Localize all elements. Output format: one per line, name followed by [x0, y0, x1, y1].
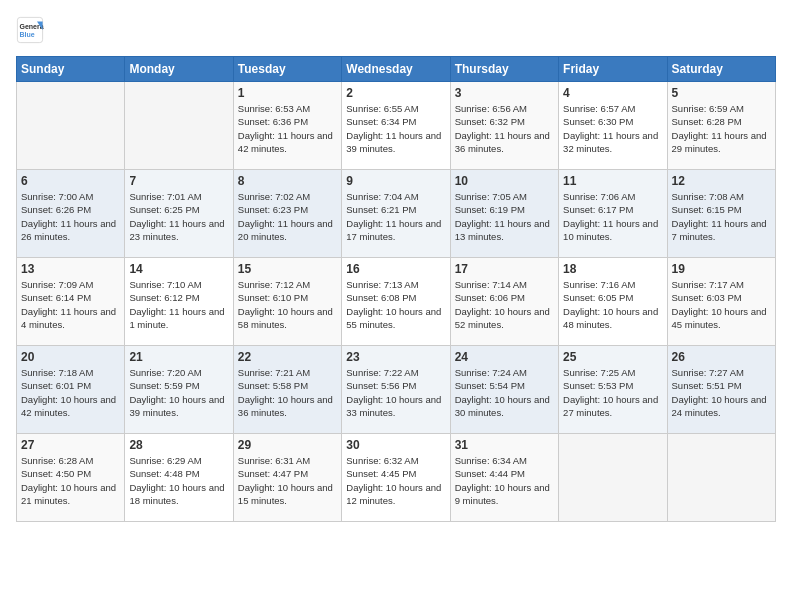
calendar-cell — [559, 434, 667, 522]
day-info: Sunrise: 7:25 AM Sunset: 5:53 PM Dayligh… — [563, 366, 662, 419]
day-number: 5 — [672, 86, 771, 100]
calendar-cell: 14Sunrise: 7:10 AM Sunset: 6:12 PM Dayli… — [125, 258, 233, 346]
day-info: Sunrise: 6:29 AM Sunset: 4:48 PM Dayligh… — [129, 454, 228, 507]
calendar-cell: 28Sunrise: 6:29 AM Sunset: 4:48 PM Dayli… — [125, 434, 233, 522]
day-number: 3 — [455, 86, 554, 100]
calendar-cell: 12Sunrise: 7:08 AM Sunset: 6:15 PM Dayli… — [667, 170, 775, 258]
calendar-cell: 5Sunrise: 6:59 AM Sunset: 6:28 PM Daylig… — [667, 82, 775, 170]
weekday-header: Monday — [125, 57, 233, 82]
calendar-cell: 20Sunrise: 7:18 AM Sunset: 6:01 PM Dayli… — [17, 346, 125, 434]
calendar-cell: 9Sunrise: 7:04 AM Sunset: 6:21 PM Daylig… — [342, 170, 450, 258]
day-number: 17 — [455, 262, 554, 276]
day-number: 15 — [238, 262, 337, 276]
day-number: 24 — [455, 350, 554, 364]
day-number: 14 — [129, 262, 228, 276]
day-info: Sunrise: 7:00 AM Sunset: 6:26 PM Dayligh… — [21, 190, 120, 243]
day-info: Sunrise: 7:02 AM Sunset: 6:23 PM Dayligh… — [238, 190, 337, 243]
day-number: 7 — [129, 174, 228, 188]
calendar-cell: 17Sunrise: 7:14 AM Sunset: 6:06 PM Dayli… — [450, 258, 558, 346]
day-number: 28 — [129, 438, 228, 452]
day-info: Sunrise: 7:16 AM Sunset: 6:05 PM Dayligh… — [563, 278, 662, 331]
calendar-week-row: 6Sunrise: 7:00 AM Sunset: 6:26 PM Daylig… — [17, 170, 776, 258]
calendar-body: 1Sunrise: 6:53 AM Sunset: 6:36 PM Daylig… — [17, 82, 776, 522]
calendar-week-row: 27Sunrise: 6:28 AM Sunset: 4:50 PM Dayli… — [17, 434, 776, 522]
weekday-header: Friday — [559, 57, 667, 82]
day-number: 4 — [563, 86, 662, 100]
svg-text:Blue: Blue — [20, 31, 35, 38]
calendar-cell: 23Sunrise: 7:22 AM Sunset: 5:56 PM Dayli… — [342, 346, 450, 434]
page-header: General Blue — [16, 16, 776, 44]
calendar-cell: 7Sunrise: 7:01 AM Sunset: 6:25 PM Daylig… — [125, 170, 233, 258]
calendar-cell: 13Sunrise: 7:09 AM Sunset: 6:14 PM Dayli… — [17, 258, 125, 346]
calendar-cell: 21Sunrise: 7:20 AM Sunset: 5:59 PM Dayli… — [125, 346, 233, 434]
day-info: Sunrise: 7:14 AM Sunset: 6:06 PM Dayligh… — [455, 278, 554, 331]
calendar-cell: 11Sunrise: 7:06 AM Sunset: 6:17 PM Dayli… — [559, 170, 667, 258]
day-info: Sunrise: 7:10 AM Sunset: 6:12 PM Dayligh… — [129, 278, 228, 331]
day-info: Sunrise: 6:34 AM Sunset: 4:44 PM Dayligh… — [455, 454, 554, 507]
calendar-cell: 24Sunrise: 7:24 AM Sunset: 5:54 PM Dayli… — [450, 346, 558, 434]
day-number: 27 — [21, 438, 120, 452]
day-number: 18 — [563, 262, 662, 276]
day-number: 1 — [238, 86, 337, 100]
weekday-header: Saturday — [667, 57, 775, 82]
day-number: 22 — [238, 350, 337, 364]
day-number: 23 — [346, 350, 445, 364]
day-info: Sunrise: 7:13 AM Sunset: 6:08 PM Dayligh… — [346, 278, 445, 331]
calendar-cell: 8Sunrise: 7:02 AM Sunset: 6:23 PM Daylig… — [233, 170, 341, 258]
day-info: Sunrise: 7:04 AM Sunset: 6:21 PM Dayligh… — [346, 190, 445, 243]
calendar-cell: 4Sunrise: 6:57 AM Sunset: 6:30 PM Daylig… — [559, 82, 667, 170]
day-number: 6 — [21, 174, 120, 188]
calendar-cell: 2Sunrise: 6:55 AM Sunset: 6:34 PM Daylig… — [342, 82, 450, 170]
day-number: 26 — [672, 350, 771, 364]
calendar-cell: 31Sunrise: 6:34 AM Sunset: 4:44 PM Dayli… — [450, 434, 558, 522]
day-info: Sunrise: 7:06 AM Sunset: 6:17 PM Dayligh… — [563, 190, 662, 243]
day-info: Sunrise: 6:55 AM Sunset: 6:34 PM Dayligh… — [346, 102, 445, 155]
calendar-cell: 10Sunrise: 7:05 AM Sunset: 6:19 PM Dayli… — [450, 170, 558, 258]
day-info: Sunrise: 7:12 AM Sunset: 6:10 PM Dayligh… — [238, 278, 337, 331]
day-info: Sunrise: 7:24 AM Sunset: 5:54 PM Dayligh… — [455, 366, 554, 419]
calendar-cell: 26Sunrise: 7:27 AM Sunset: 5:51 PM Dayli… — [667, 346, 775, 434]
day-number: 19 — [672, 262, 771, 276]
day-info: Sunrise: 7:17 AM Sunset: 6:03 PM Dayligh… — [672, 278, 771, 331]
weekday-header: Thursday — [450, 57, 558, 82]
day-number: 21 — [129, 350, 228, 364]
calendar-cell: 22Sunrise: 7:21 AM Sunset: 5:58 PM Dayli… — [233, 346, 341, 434]
calendar-cell: 30Sunrise: 6:32 AM Sunset: 4:45 PM Dayli… — [342, 434, 450, 522]
day-info: Sunrise: 6:59 AM Sunset: 6:28 PM Dayligh… — [672, 102, 771, 155]
calendar-week-row: 1Sunrise: 6:53 AM Sunset: 6:36 PM Daylig… — [17, 82, 776, 170]
weekday-header: Wednesday — [342, 57, 450, 82]
day-number: 9 — [346, 174, 445, 188]
day-info: Sunrise: 6:53 AM Sunset: 6:36 PM Dayligh… — [238, 102, 337, 155]
calendar-cell — [17, 82, 125, 170]
calendar-cell: 3Sunrise: 6:56 AM Sunset: 6:32 PM Daylig… — [450, 82, 558, 170]
day-info: Sunrise: 7:08 AM Sunset: 6:15 PM Dayligh… — [672, 190, 771, 243]
logo-icon: General Blue — [16, 16, 44, 44]
calendar-cell: 16Sunrise: 7:13 AM Sunset: 6:08 PM Dayli… — [342, 258, 450, 346]
calendar-cell: 25Sunrise: 7:25 AM Sunset: 5:53 PM Dayli… — [559, 346, 667, 434]
day-number: 25 — [563, 350, 662, 364]
calendar-week-row: 13Sunrise: 7:09 AM Sunset: 6:14 PM Dayli… — [17, 258, 776, 346]
calendar-cell — [667, 434, 775, 522]
day-number: 20 — [21, 350, 120, 364]
day-info: Sunrise: 7:01 AM Sunset: 6:25 PM Dayligh… — [129, 190, 228, 243]
day-number: 10 — [455, 174, 554, 188]
day-number: 29 — [238, 438, 337, 452]
day-info: Sunrise: 6:32 AM Sunset: 4:45 PM Dayligh… — [346, 454, 445, 507]
day-info: Sunrise: 7:09 AM Sunset: 6:14 PM Dayligh… — [21, 278, 120, 331]
calendar-week-row: 20Sunrise: 7:18 AM Sunset: 6:01 PM Dayli… — [17, 346, 776, 434]
calendar-cell: 27Sunrise: 6:28 AM Sunset: 4:50 PM Dayli… — [17, 434, 125, 522]
calendar-cell: 1Sunrise: 6:53 AM Sunset: 6:36 PM Daylig… — [233, 82, 341, 170]
day-number: 31 — [455, 438, 554, 452]
calendar-cell: 6Sunrise: 7:00 AM Sunset: 6:26 PM Daylig… — [17, 170, 125, 258]
day-info: Sunrise: 6:56 AM Sunset: 6:32 PM Dayligh… — [455, 102, 554, 155]
day-info: Sunrise: 6:28 AM Sunset: 4:50 PM Dayligh… — [21, 454, 120, 507]
svg-rect-0 — [17, 17, 42, 42]
day-info: Sunrise: 7:21 AM Sunset: 5:58 PM Dayligh… — [238, 366, 337, 419]
day-info: Sunrise: 7:20 AM Sunset: 5:59 PM Dayligh… — [129, 366, 228, 419]
logo: General Blue — [16, 16, 44, 44]
day-number: 13 — [21, 262, 120, 276]
day-number: 30 — [346, 438, 445, 452]
calendar-table: SundayMondayTuesdayWednesdayThursdayFrid… — [16, 56, 776, 522]
day-number: 2 — [346, 86, 445, 100]
day-number: 16 — [346, 262, 445, 276]
